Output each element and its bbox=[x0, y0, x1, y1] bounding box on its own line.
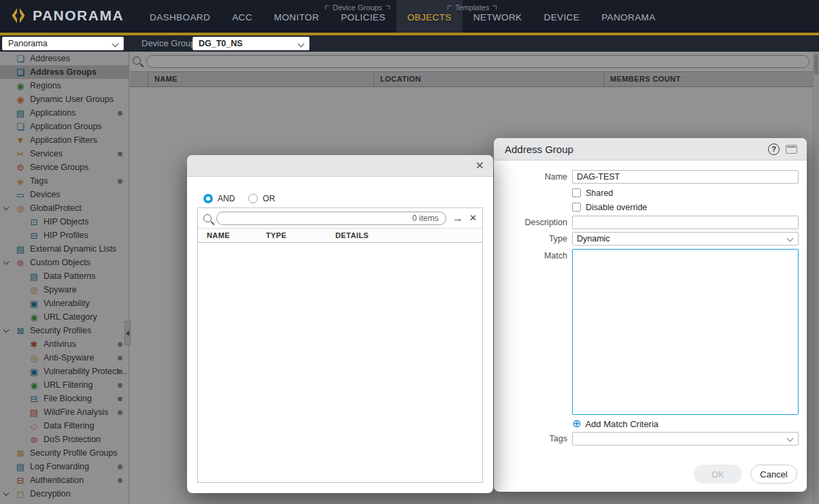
tags-select[interactable] bbox=[572, 432, 799, 446]
picker-table-widget: 0 items → ✕ NAME TYPE DETAILS bbox=[197, 207, 483, 483]
or-radio-label: OR bbox=[263, 194, 275, 203]
picker-search-input[interactable] bbox=[224, 214, 412, 223]
match-criteria-picker-dialog: ✕ AND OR 0 items → ✕ NAME TYPE DETAILS bbox=[187, 155, 493, 493]
type-label: Type bbox=[494, 234, 567, 243]
picker-column-details[interactable]: DETAILS bbox=[335, 229, 482, 242]
add-match-criteria-link[interactable]: ⊕ Add Match Criteria bbox=[572, 418, 658, 429]
picker-dialog-header: ✕ bbox=[187, 155, 493, 177]
plus-circle-icon: ⊕ bbox=[572, 418, 581, 429]
picker-column-name[interactable]: NAME bbox=[198, 229, 266, 242]
items-count-badge: 0 items bbox=[412, 214, 439, 223]
bracket-left-icon bbox=[325, 5, 329, 10]
and-radio[interactable] bbox=[203, 194, 213, 203]
panorama-logo: PANORAMA bbox=[10, 7, 124, 24]
templates-section-label: Templates bbox=[448, 4, 497, 12]
device-groups-section-label: Device Groups bbox=[325, 4, 390, 12]
chevron-down-icon bbox=[787, 435, 794, 442]
detach-window-icon[interactable] bbox=[786, 145, 797, 154]
tab-device[interactable]: DEVICE bbox=[533, 0, 590, 33]
shared-checkbox[interactable] bbox=[572, 188, 581, 197]
disable-override-label: Disable override bbox=[586, 203, 647, 212]
tab-panorama[interactable]: PANORAMA bbox=[590, 0, 666, 33]
picker-search-pill: 0 items bbox=[216, 212, 446, 225]
bracket-right-icon bbox=[386, 5, 390, 10]
operator-radio-group: AND OR bbox=[203, 194, 288, 203]
context-select[interactable]: Panorama bbox=[2, 37, 124, 50]
match-label: Match bbox=[494, 251, 567, 261]
cancel-button[interactable]: Cancel bbox=[750, 465, 797, 484]
device-group-select[interactable]: DG_T0_NS bbox=[193, 37, 310, 50]
nav-tabs: DASHBOARD ACC MONITOR POLICIES OBJECTS N… bbox=[139, 0, 667, 33]
address-group-dialog-header: Address Group ? bbox=[494, 138, 807, 161]
context-bar: Panorama Device Group DG_T0_NS bbox=[0, 35, 819, 52]
device-group-label: Device Group bbox=[141, 38, 195, 48]
ok-button[interactable]: OK bbox=[694, 465, 742, 484]
disable-override-checkbox[interactable] bbox=[572, 203, 581, 212]
name-label: Name bbox=[494, 172, 567, 182]
tab-dashboard[interactable]: DASHBOARD bbox=[139, 0, 221, 33]
bracket-right-icon bbox=[492, 5, 497, 10]
description-label: Description bbox=[494, 218, 567, 227]
brand-name: PANORAMA bbox=[33, 7, 124, 24]
name-field[interactable] bbox=[572, 170, 799, 184]
description-field[interactable] bbox=[572, 216, 799, 229]
search-icon bbox=[203, 214, 212, 222]
chevron-down-icon bbox=[787, 235, 794, 242]
shared-label: Shared bbox=[586, 188, 613, 198]
picker-column-type[interactable]: TYPE bbox=[266, 229, 335, 242]
picker-table-header: NAME TYPE DETAILS bbox=[198, 228, 482, 243]
address-group-dialog: Address Group ? Name Shared Disable over… bbox=[494, 138, 807, 492]
or-radio[interactable] bbox=[248, 194, 258, 203]
type-select[interactable]: Dynamic bbox=[572, 232, 799, 246]
tab-monitor[interactable]: MONITOR bbox=[263, 0, 330, 33]
top-navigation-bar: PANORAMA DASHBOARD ACC MONITOR POLICIES … bbox=[0, 0, 819, 33]
bracket-left-icon bbox=[448, 5, 452, 10]
close-icon[interactable]: ✕ bbox=[475, 159, 484, 173]
clear-filter-icon[interactable]: ✕ bbox=[469, 214, 477, 223]
and-radio-label: AND bbox=[218, 194, 235, 203]
picker-search-row: 0 items → ✕ bbox=[198, 208, 482, 228]
chevron-down-icon bbox=[112, 41, 119, 48]
help-icon[interactable]: ? bbox=[768, 144, 780, 155]
panorama-logo-icon bbox=[10, 7, 27, 24]
match-field[interactable] bbox=[572, 249, 799, 415]
picker-table-body bbox=[198, 243, 482, 482]
chevron-down-icon bbox=[298, 41, 305, 48]
dialog-title: Address Group bbox=[505, 144, 573, 155]
tags-label: Tags bbox=[494, 434, 567, 443]
apply-filter-arrow-icon[interactable]: → bbox=[452, 213, 463, 224]
tab-acc[interactable]: ACC bbox=[221, 0, 263, 33]
